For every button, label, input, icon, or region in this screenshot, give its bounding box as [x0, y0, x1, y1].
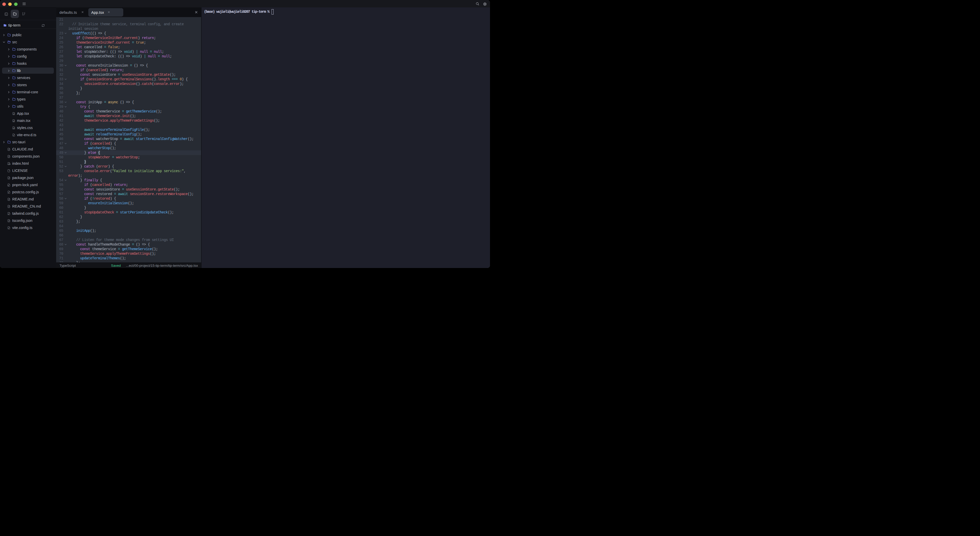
svg-text:TS: TS: [7, 228, 9, 229]
svg-text:CSS: CSS: [12, 128, 15, 129]
svg-text:JS: JS: [7, 192, 9, 193]
svg-text:HTML: HTML: [7, 163, 11, 165]
svg-text:TS: TS: [12, 135, 14, 136]
svg-text:JS: JS: [7, 213, 9, 215]
svg-text:TSX: TSX: [12, 114, 15, 115]
svg-text:TSX: TSX: [12, 121, 15, 122]
